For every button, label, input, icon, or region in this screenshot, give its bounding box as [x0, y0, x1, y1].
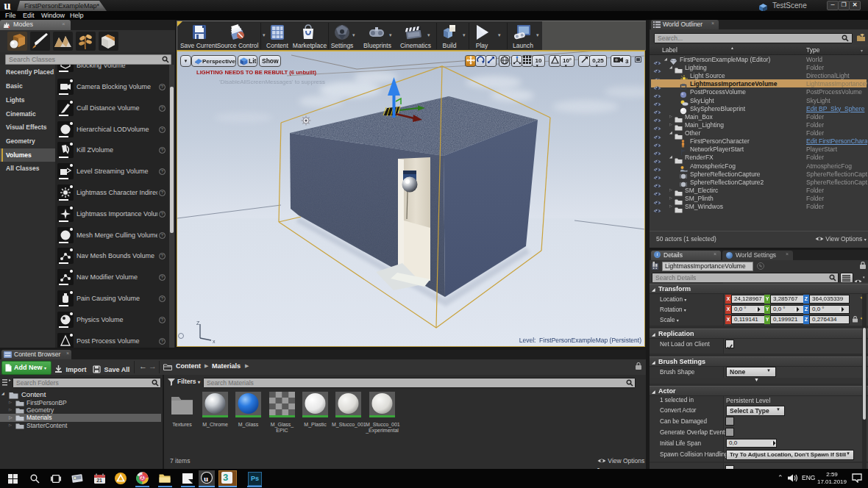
svg-text:21: 21: [96, 478, 102, 483]
svg-text:x: x: [213, 339, 216, 344]
svg-text:A: A: [140, 476, 144, 481]
svg-text:Z: Z: [196, 320, 200, 326]
svg-text:u: u: [204, 474, 208, 483]
